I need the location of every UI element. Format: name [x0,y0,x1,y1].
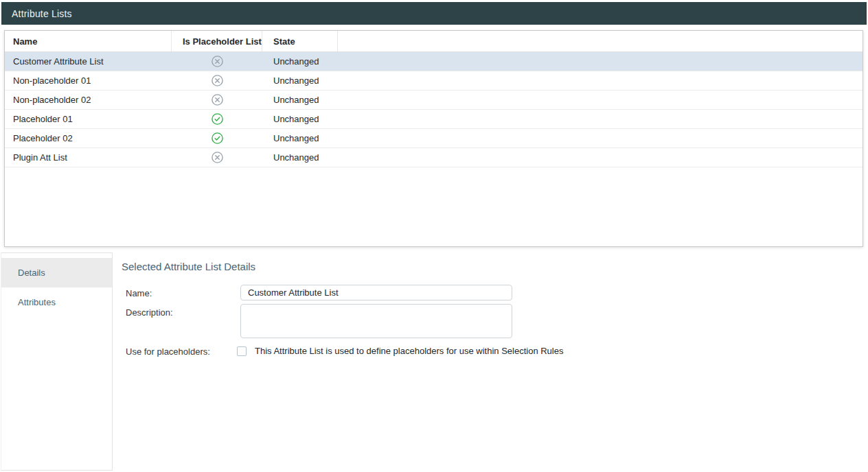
column-header-is-placeholder-list[interactable]: Is Placeholder List [172,31,262,51]
table-row[interactable]: Placeholder 02 Unchanged [5,129,863,148]
column-header-state[interactable]: State [262,31,338,51]
row-name-cell: Placeholder 02 [5,133,172,143]
circle-x-icon [212,152,223,163]
column-header-filler [338,31,863,51]
row-name-cell: Placeholder 01 [5,114,172,124]
row-state-cell: Unchanged [262,56,338,67]
attribute-lists-table: Name Is Placeholder List State Customer … [4,30,863,247]
table-row[interactable]: Placeholder 01 Unchanged [5,110,863,129]
use-for-placeholders-label: Use for placeholders: [126,346,210,357]
details-heading: Selected Attribute List Details [122,261,255,272]
detail-tabs-sidebar: Details Attributes [1,252,113,471]
panel-title: Attribute Lists [12,8,72,19]
detail-panel: Details Attributes Selected Attribute Li… [0,252,868,472]
circle-x-icon [212,75,223,86]
table-row[interactable]: Non-placeholder 01 Unchanged [5,71,863,91]
details-tab-content: Selected Attribute List Details Name: De… [113,252,868,472]
row-name-cell: Customer Attribute List [5,56,172,67]
row-state-cell: Unchanged [262,75,338,86]
row-state-cell: Unchanged [262,95,338,105]
tab-details[interactable]: Details [1,258,112,287]
use-for-placeholders-text: This Attribute List is used to define pl… [255,346,563,356]
circle-check-icon [212,113,223,125]
table-row[interactable]: Plugin Att List Unchanged [5,148,863,167]
description-field-label: Description: [126,307,173,318]
table-header-row: Name Is Placeholder List State [5,31,863,52]
row-state-cell: Unchanged [262,133,338,143]
row-state-cell: Unchanged [262,114,338,124]
table-row[interactable]: Customer Attribute List Unchanged [5,52,863,71]
row-name-cell: Plugin Att List [5,152,172,163]
use-for-placeholders-checkbox[interactable] [237,346,247,356]
row-name-cell: Non-placeholder 02 [5,95,172,105]
row-placeholder-cell [172,132,262,144]
row-placeholder-cell [172,152,262,163]
circle-x-icon [212,94,223,106]
table-row[interactable]: Non-placeholder 02 Unchanged [5,91,863,110]
use-for-placeholders-row: This Attribute List is used to define pl… [237,346,563,356]
column-header-name[interactable]: Name [5,31,172,51]
row-placeholder-cell [172,113,262,125]
name-input[interactable] [240,285,512,300]
name-field-label: Name: [126,288,152,298]
row-placeholder-cell [172,56,262,67]
row-placeholder-cell [172,75,262,86]
description-input[interactable] [240,304,512,338]
circle-check-icon [212,132,223,144]
tab-attributes[interactable]: Attributes [1,287,112,317]
circle-x-icon [212,56,223,67]
row-placeholder-cell [172,94,262,106]
row-state-cell: Unchanged [262,152,338,163]
row-name-cell: Non-placeholder 01 [5,75,172,86]
panel-title-bar: Attribute Lists [1,2,867,25]
table-body: Customer Attribute List Unchanged Non-pl… [5,52,863,167]
